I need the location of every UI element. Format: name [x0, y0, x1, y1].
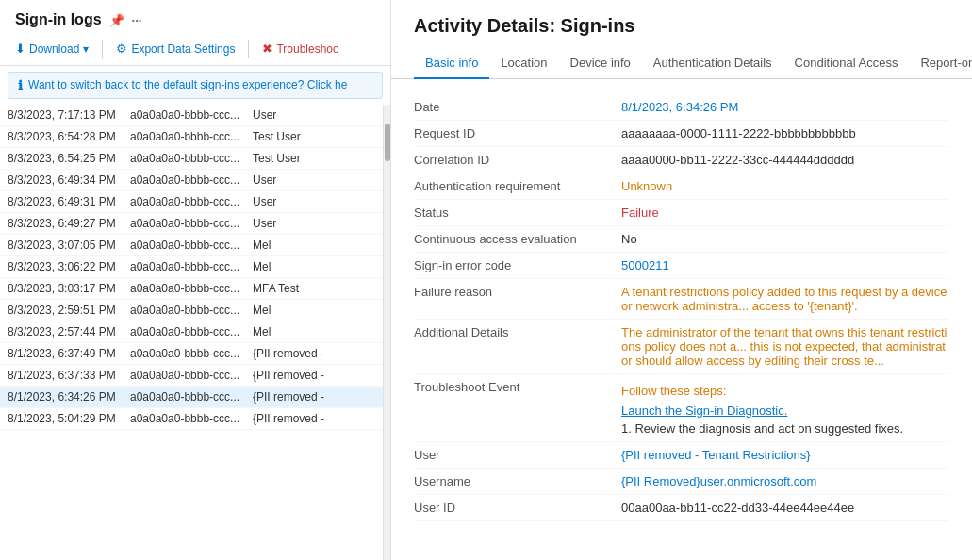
detail-row: User{PII removed - Tenant Restrictions} — [414, 442, 949, 469]
detail-label: Additional Details — [414, 325, 621, 339]
tab-report-only[interactable]: Report-only — [909, 48, 972, 79]
log-date: 8/3/2023, 6:54:25 PM — [8, 152, 130, 165]
detail-label: Continuous access evaluation — [414, 232, 621, 246]
download-chevron-icon: ▾ — [83, 42, 89, 56]
log-row[interactable]: 8/1/2023, 6:37:33 PM a0a0a0a0-bbbb-ccc..… — [0, 365, 383, 387]
scrollbar-thumb[interactable] — [385, 124, 390, 161]
more-icon[interactable]: ··· — [132, 13, 142, 27]
info-icon: ℹ — [18, 78, 23, 92]
info-banner-text: Want to switch back to the default sign-… — [28, 78, 347, 91]
troubleshoot-label: Troubleshoo — [276, 42, 338, 56]
right-header: Activity Details: Sign-ins — [391, 0, 972, 48]
detail-label: Sign-in error code — [414, 258, 621, 272]
follow-steps-text: Follow these steps: — [621, 384, 949, 398]
log-id: a0a0a0a0-bbbb-ccc... — [130, 412, 253, 425]
toolbar: ⬇ Download ▾ ⚙ Export Data Settings ✖ Tr… — [0, 32, 390, 66]
log-row[interactable]: 8/3/2023, 3:03:17 PM a0a0a0a0-bbbb-ccc..… — [0, 278, 383, 300]
log-id: a0a0a0a0-bbbb-ccc... — [130, 239, 253, 252]
log-id: a0a0a0a0-bbbb-ccc... — [130, 304, 253, 317]
tab-conditional-access[interactable]: Conditional Access — [783, 48, 910, 79]
download-label: Download — [29, 42, 79, 56]
log-id: a0a0a0a0-bbbb-ccc... — [130, 325, 253, 338]
log-date: 8/1/2023, 6:37:33 PM — [8, 369, 130, 382]
log-date: 8/1/2023, 6:34:26 PM — [8, 390, 130, 404]
troubleshoot-icon: ✖ — [262, 41, 272, 56]
log-row[interactable]: 8/3/2023, 2:59:51 PM a0a0a0a0-bbbb-ccc..… — [0, 300, 383, 321]
log-row[interactable]: 8/1/2023, 5:04:29 PM a0a0a0a0-bbbb-ccc..… — [0, 408, 383, 430]
detail-row: Request IDaaaaaaaa-0000-1111-2222-bbbbbb… — [414, 121, 949, 147]
page-title: Sign-in logs 📌 ··· — [15, 11, 375, 28]
detail-label: Correlation ID — [414, 153, 621, 167]
detail-row: Failure reasonA tenant restrictions poli… — [414, 279, 949, 320]
left-header: Sign-in logs 📌 ··· — [0, 0, 390, 32]
tab-basic-info[interactable]: Basic info — [414, 48, 489, 79]
detail-value: No — [621, 232, 949, 246]
export-label: Export Data Settings — [131, 42, 235, 56]
detail-value: Failure — [621, 206, 949, 220]
log-id: a0a0a0a0-bbbb-ccc... — [130, 173, 253, 187]
log-id: a0a0a0a0-bbbb-ccc... — [130, 390, 253, 404]
log-row[interactable]: 8/3/2023, 7:17:13 PM a0a0a0a0-bbbb-ccc..… — [0, 105, 383, 126]
log-user: User — [253, 173, 375, 187]
log-user: {PII removed - — [253, 412, 375, 425]
log-user: {PII removed - — [253, 369, 375, 382]
log-date: 8/3/2023, 6:49:34 PM — [8, 173, 130, 187]
detail-label: Failure reason — [414, 285, 621, 299]
log-user: Test User — [253, 130, 375, 143]
log-id: a0a0a0a0-bbbb-ccc... — [130, 217, 253, 230]
log-row[interactable]: 8/3/2023, 6:49:31 PM a0a0a0a0-bbbb-ccc..… — [0, 191, 383, 213]
toolbar-divider-2 — [248, 40, 249, 58]
pin-icon[interactable]: 📌 — [109, 13, 124, 27]
detail-value: 5000211 — [621, 258, 949, 272]
detail-label: Username — [414, 474, 621, 488]
detail-value: {PII removed - Tenant Restrictions} — [621, 448, 949, 462]
detail-label: User ID — [414, 501, 621, 515]
download-button[interactable]: ⬇ Download ▾ — [8, 38, 96, 59]
detail-label: Authentication requirement — [414, 179, 621, 193]
log-row[interactable]: 8/3/2023, 6:49:34 PM a0a0a0a0-bbbb-ccc..… — [0, 170, 383, 191]
tab-authentication-details[interactable]: Authentication Details — [642, 48, 783, 79]
log-row[interactable]: 8/3/2023, 6:49:27 PM a0a0a0a0-bbbb-ccc..… — [0, 213, 383, 235]
log-row[interactable]: 8/1/2023, 6:37:49 PM a0a0a0a0-bbbb-ccc..… — [0, 343, 383, 365]
log-id: a0a0a0a0-bbbb-ccc... — [130, 152, 253, 165]
tab-device-info[interactable]: Device info — [559, 48, 642, 79]
log-row[interactable]: 8/3/2023, 6:54:25 PM a0a0a0a0-bbbb-ccc..… — [0, 148, 383, 170]
log-id: a0a0a0a0-bbbb-ccc... — [130, 130, 253, 143]
log-row[interactable]: 8/1/2023, 6:34:26 PM a0a0a0a0-bbbb-ccc..… — [0, 387, 383, 408]
detail-value: {PII Removed}user.onmicrosoft.com — [621, 474, 949, 488]
log-date: 8/3/2023, 3:06:22 PM — [8, 260, 130, 273]
log-row[interactable]: 8/3/2023, 3:06:22 PM a0a0a0a0-bbbb-ccc..… — [0, 256, 383, 278]
title-text: Sign-in logs — [15, 11, 102, 28]
log-user: {PII removed - — [253, 347, 375, 360]
log-user: User — [253, 108, 375, 122]
log-id: a0a0a0a0-bbbb-ccc... — [130, 195, 253, 208]
log-id: a0a0a0a0-bbbb-ccc... — [130, 282, 253, 295]
detail-label: Request ID — [414, 126, 621, 140]
detail-value: aaaa0000-bb11-2222-33cc-444444dddddd — [621, 153, 949, 167]
log-row[interactable]: 8/3/2023, 6:54:28 PM a0a0a0a0-bbbb-ccc..… — [0, 126, 383, 148]
log-scroll-container[interactable]: 8/3/2023, 7:17:13 PM a0a0a0a0-bbbb-ccc..… — [0, 105, 383, 560]
details-content: Date8/1/2023, 6:34:26 PMRequest IDaaaaaa… — [391, 79, 972, 560]
launch-diagnostic-link[interactable]: Launch the Sign-in Diagnostic. — [621, 404, 949, 418]
log-row[interactable]: 8/3/2023, 2:57:44 PM a0a0a0a0-bbbb-ccc..… — [0, 321, 383, 343]
info-banner[interactable]: ℹ Want to switch back to the default sig… — [8, 72, 383, 99]
log-user: {PII removed - — [253, 390, 375, 404]
troubleshoot-button[interactable]: ✖ Troubleshoo — [255, 38, 346, 59]
tab-location[interactable]: Location — [489, 48, 558, 79]
detail-row: StatusFailure — [414, 200, 949, 226]
log-user: MFA Test — [253, 282, 375, 295]
log-date: 8/3/2023, 7:17:13 PM — [8, 108, 130, 122]
detail-label: Date — [414, 100, 621, 114]
right-panel: Activity Details: Sign-ins Basic infoLoc… — [391, 0, 972, 560]
log-user: User — [253, 195, 375, 208]
scrollbar-track[interactable] — [383, 105, 390, 560]
log-date: 8/3/2023, 3:03:17 PM — [8, 282, 130, 295]
detail-value: Unknown — [621, 179, 949, 193]
export-button[interactable]: ⚙ Export Data Settings — [108, 38, 242, 59]
log-row[interactable]: 8/3/2023, 3:07:05 PM a0a0a0a0-bbbb-ccc..… — [0, 235, 383, 256]
log-date: 8/3/2023, 6:49:31 PM — [8, 195, 130, 208]
log-user: Mel — [253, 239, 375, 252]
export-icon: ⚙ — [116, 41, 127, 56]
detail-title: Activity Details: Sign-ins — [414, 15, 949, 37]
detail-value: aaaaaaaa-0000-1111-2222-bbbbbbbbbbbb — [621, 126, 949, 140]
